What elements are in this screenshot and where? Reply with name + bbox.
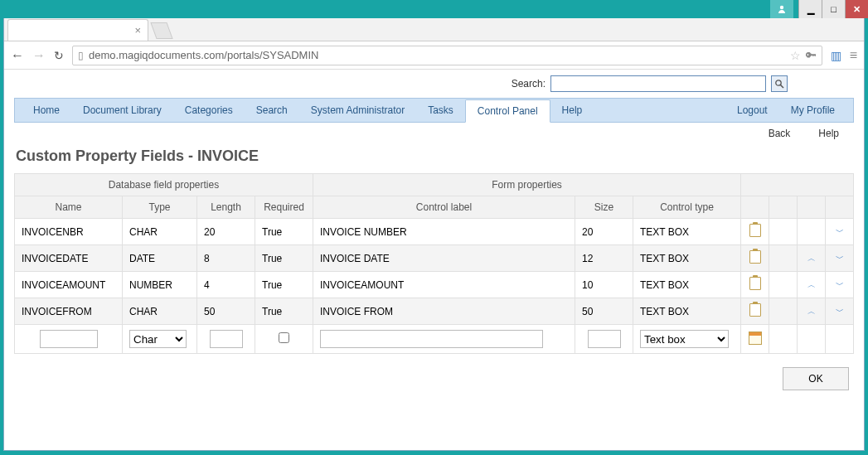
search-label: Search: xyxy=(512,78,546,90)
reload-button[interactable]: ↻ xyxy=(54,49,64,62)
menu-home[interactable]: Home xyxy=(22,99,71,122)
cell-label: INVOICE DATE xyxy=(313,245,575,272)
page-icon: ▯ xyxy=(78,50,84,61)
cell-control-type: TEXT BOX xyxy=(633,272,741,298)
new-type-select[interactable]: Char xyxy=(129,330,187,348)
cell-length: 4 xyxy=(197,272,255,298)
back-button[interactable]: ← xyxy=(11,48,24,63)
col-type: Type xyxy=(123,196,197,219)
sub-links: Back Help xyxy=(14,123,854,144)
col-length: Length xyxy=(197,196,255,219)
menu-help[interactable]: Help xyxy=(550,99,594,122)
menu-search[interactable]: Search xyxy=(245,99,299,122)
back-link[interactable]: Back xyxy=(769,128,791,139)
cell-move-up[interactable]: ︿ xyxy=(798,298,826,325)
url-input[interactable] xyxy=(89,49,785,61)
menu-tasks[interactable]: Tasks xyxy=(416,99,465,122)
table-row: INVOICEDATE DATE 8 True INVOICE DATE 12 … xyxy=(15,245,854,272)
cell-required: True xyxy=(255,219,313,245)
cell-clipboard[interactable] xyxy=(741,272,769,298)
cell-move-up[interactable]: ︿ xyxy=(798,272,826,298)
up-icon: ︿ xyxy=(807,254,816,263)
cell-calendar[interactable] xyxy=(741,325,769,354)
new-tab-button[interactable] xyxy=(150,22,172,39)
key-icon[interactable]: 🔑︎ xyxy=(806,49,817,61)
col-name: Name xyxy=(15,196,123,219)
new-length-input[interactable] xyxy=(210,330,243,348)
browser-window: × ← → ↻ ▯ ☆ 🔑︎ ▥ ≡ Search: Home Document… xyxy=(3,18,865,451)
address-bar[interactable]: ▯ ☆ 🔑︎ xyxy=(72,46,822,65)
new-size-input[interactable] xyxy=(588,330,621,348)
search-input[interactable] xyxy=(550,75,766,92)
window-titlebar: ▁ □ ✕ xyxy=(0,0,868,18)
cell-clipboard[interactable] xyxy=(741,219,769,245)
browser-tab[interactable]: × xyxy=(7,19,148,41)
menu-icon[interactable]: ≡ xyxy=(850,48,857,63)
cell-blank xyxy=(769,298,798,325)
menu-logout[interactable]: Logout xyxy=(725,99,779,122)
cell-move-up[interactable]: ︿ xyxy=(798,245,826,272)
window-close-button[interactable]: ✕ xyxy=(845,0,868,18)
cell-length: 8 xyxy=(197,245,255,272)
menu-categories[interactable]: Categories xyxy=(173,99,245,122)
cell-move-down[interactable]: ﹀ xyxy=(826,245,854,272)
new-required-checkbox[interactable] xyxy=(279,332,289,343)
search-icon xyxy=(774,79,784,89)
svg-line-2 xyxy=(781,85,784,89)
down-icon: ﹀ xyxy=(836,254,844,263)
window-user-button[interactable] xyxy=(770,0,793,18)
cell-move-down[interactable]: ﹀ xyxy=(826,272,854,298)
col-action-2 xyxy=(769,196,798,219)
cell-label: INVOICEAMOUNT xyxy=(313,272,575,298)
cell-move-up xyxy=(798,219,826,245)
cell-length: 20 xyxy=(197,219,255,245)
cell-name: INVOICEAMOUNT xyxy=(15,272,123,298)
bookmark-icon[interactable]: ☆ xyxy=(790,49,801,62)
window-minimize-button[interactable]: ▁ xyxy=(798,0,822,18)
col-action-1 xyxy=(741,196,769,219)
clipboard-icon xyxy=(749,277,761,290)
maximize-icon: □ xyxy=(831,4,836,14)
menu-control-panel[interactable]: Control Panel xyxy=(465,99,550,123)
svg-point-0 xyxy=(780,6,783,9)
cell-type: CHAR xyxy=(123,219,197,245)
col-action-4 xyxy=(826,196,854,219)
search-button[interactable] xyxy=(771,75,788,92)
cell-blank xyxy=(769,272,798,298)
tab-close-button[interactable]: × xyxy=(134,24,141,36)
new-name-input[interactable] xyxy=(40,330,98,348)
down-icon: ﹀ xyxy=(836,280,844,289)
table-row: INVOICEAMOUNT NUMBER 4 True INVOICEAMOUN… xyxy=(15,272,854,298)
cell-move-down[interactable]: ﹀ xyxy=(826,298,854,325)
search-row: Search: xyxy=(14,70,854,98)
bottom-bar: OK xyxy=(14,354,854,390)
cell-clipboard[interactable] xyxy=(741,298,769,325)
ok-button[interactable]: OK xyxy=(783,367,849,390)
calendar-icon xyxy=(749,332,762,345)
cell-clipboard[interactable] xyxy=(741,245,769,272)
cell-type: DATE xyxy=(123,245,197,272)
window-maximize-button[interactable]: □ xyxy=(822,0,845,18)
menu-system-administrator[interactable]: System Administrator xyxy=(299,99,416,122)
cell-move-down[interactable]: ﹀ xyxy=(826,219,854,245)
table-row: INVOICENBR CHAR 20 True INVOICE NUMBER 2… xyxy=(15,219,854,245)
table-row: INVOICEFROM CHAR 50 True INVOICE FROM 50… xyxy=(15,298,854,325)
col-control-label: Control label xyxy=(313,196,575,219)
cell-label: INVOICE FROM xyxy=(313,298,575,325)
clipboard-icon xyxy=(749,250,761,264)
down-icon: ﹀ xyxy=(836,227,844,236)
svg-point-1 xyxy=(776,80,781,85)
cell-required: True xyxy=(255,272,313,298)
menu-my-profile[interactable]: My Profile xyxy=(779,99,846,122)
col-control-type: Control type xyxy=(633,196,741,219)
reading-list-icon[interactable]: ▥ xyxy=(831,49,841,62)
table-row-new: Char Text box xyxy=(15,325,854,354)
new-label-input[interactable] xyxy=(320,330,543,348)
forward-button[interactable]: → xyxy=(32,48,46,63)
cell-type: NUMBER xyxy=(123,272,197,298)
new-control-type-select[interactable]: Text box xyxy=(640,330,729,348)
group-header-db: Database field properties xyxy=(15,174,313,196)
help-link[interactable]: Help xyxy=(818,128,839,139)
menu-document-library[interactable]: Document Library xyxy=(71,99,173,122)
main-menu: Home Document Library Categories Search … xyxy=(14,98,854,123)
